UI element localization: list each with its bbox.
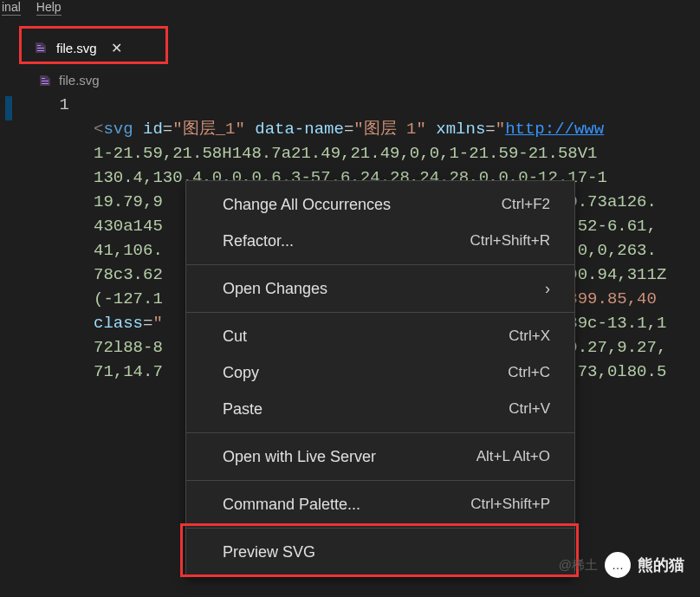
menu-copy[interactable]: Copy Ctrl+C <box>186 354 574 391</box>
code-token: 19.79,9 <box>94 192 163 211</box>
code-token: 430a145 <box>94 217 163 236</box>
watermark-icon: … <box>605 552 631 578</box>
code-token: data-name <box>245 120 344 139</box>
menu-label: Copy <box>223 364 259 382</box>
menu-cut[interactable]: Cut Ctrl+X <box>186 318 574 354</box>
watermark: @稀土 … 熊的猫 <box>559 552 684 578</box>
code-token: 1-21.59,21.58H148.7a21.49,21.49,0,0,1-21… <box>94 144 598 163</box>
breadcrumb-label: file.svg <box>59 73 100 88</box>
menu-label: Preview SVG <box>223 543 315 561</box>
menu-separator <box>186 528 574 529</box>
menu-separator <box>186 312 574 313</box>
menu-separator <box>186 480 574 481</box>
code-token: "图层_1" <box>172 120 245 139</box>
code-token: < <box>94 120 103 139</box>
menu-command-palette[interactable]: Command Palette... Ctrl+Shift+P <box>186 486 574 522</box>
keybinding: Alt+L Alt+O <box>476 448 550 465</box>
code-token: class <box>94 314 143 333</box>
code-token: = <box>163 120 172 139</box>
tab-bar: file.svg ✕ <box>0 31 700 64</box>
code-token: " <box>496 120 505 139</box>
menu-label: Open Changes <box>223 280 327 298</box>
menu-help[interactable]: Help <box>36 0 62 16</box>
breadcrumb[interactable]: file.svg <box>0 64 700 91</box>
keybinding: Ctrl+V <box>509 400 550 418</box>
keybinding: Ctrl+Shift+P <box>470 496 550 513</box>
code-token: = <box>143 314 152 333</box>
menu-label: Paste <box>223 400 262 419</box>
menubar: inal Help <box>0 0 700 19</box>
menu-separator <box>186 432 574 433</box>
menu-label: Cut <box>223 328 247 346</box>
code-token: " <box>152 314 162 333</box>
menu-separator <box>186 264 574 265</box>
code-token: id <box>143 120 163 139</box>
code-token: = <box>485 120 495 139</box>
menu-preview-svg[interactable]: Preview SVG <box>186 534 574 570</box>
code-token: 41,106. <box>94 241 163 260</box>
menu-label: Change All Occurrences <box>223 196 391 214</box>
menu-open-with-live-server[interactable]: Open with Live Server Alt+L Alt+O <box>186 438 574 475</box>
context-menu: Change All Occurrences Ctrl+F2 Refactor.… <box>185 180 575 576</box>
watermark-text: 熊的猫 <box>638 555 684 575</box>
keybinding: Ctrl+F2 <box>502 196 550 213</box>
menu-label: Command Palette... <box>223 496 360 514</box>
code-token: 71,14.7 <box>94 362 163 381</box>
code-token: 39c-13.1,1 <box>567 314 666 333</box>
watermark-faint: @稀土 <box>559 557 598 574</box>
keybinding: Ctrl+C <box>508 364 550 381</box>
keybinding: Ctrl+X <box>509 328 550 345</box>
tab-file-svg[interactable]: file.svg ✕ <box>21 31 133 64</box>
code-token: = <box>344 120 353 139</box>
code-token: 72l88-8 <box>94 338 163 357</box>
svg-file-icon <box>38 74 52 88</box>
menu-label: Open with Live Server <box>223 448 376 466</box>
code-token: http://www <box>505 120 604 139</box>
code-token: (-127.1 <box>94 289 163 308</box>
close-icon[interactable]: ✕ <box>111 40 122 56</box>
keybinding: Ctrl+Shift+R <box>470 232 550 250</box>
menu-label: Refactor... <box>223 232 294 250</box>
menu-change-all-occurrences[interactable]: Change All Occurrences Ctrl+F2 <box>186 186 574 223</box>
code-token: xmlns <box>426 120 485 139</box>
tab-label: file.svg <box>56 41 97 55</box>
gutter: 1 <box>0 93 94 408</box>
svg-file-icon <box>34 41 48 55</box>
menu-open-changes[interactable]: Open Changes › <box>186 270 574 307</box>
chevron-right-icon: › <box>545 280 550 298</box>
menu-refactor[interactable]: Refactor... Ctrl+Shift+R <box>186 223 574 259</box>
menu-paste[interactable]: Paste Ctrl+V <box>186 391 574 427</box>
code-token: "图层 1" <box>353 120 426 139</box>
code-token: 78c3.62 <box>94 265 163 284</box>
menu-terminal[interactable]: inal <box>2 0 21 16</box>
code-token: svg <box>103 120 143 139</box>
active-line-indicator <box>5 96 12 120</box>
